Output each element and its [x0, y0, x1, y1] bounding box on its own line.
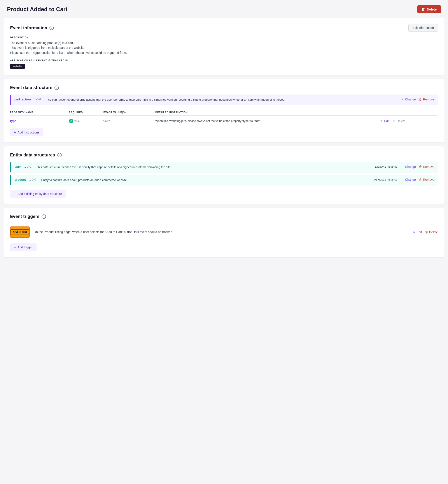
trigger-row: Add to Cart On the Product listing page,…	[10, 223, 438, 241]
delete-label: Delete	[427, 8, 437, 11]
properties-table: PROPERTY NAME ↓ REQUIRED EXACT VALUE(S) …	[10, 109, 438, 126]
event-triggers-card: Event triggers ? Add to Cart On the Prod…	[3, 208, 445, 257]
trigger-delete-label: Delete	[429, 230, 438, 234]
instruction-text: When this event triggers, please always …	[155, 119, 261, 122]
product-remove-label: Remove	[423, 178, 434, 181]
cart-action-version: 1-0-0	[34, 97, 41, 101]
col-property-name: PROPERTY NAME ↓	[10, 109, 69, 115]
user-remove-link[interactable]: 🗑 Remove	[419, 165, 434, 169]
user-change-link[interactable]: ↔ Change	[401, 165, 416, 169]
user-change-icon: ↔	[401, 165, 404, 169]
change-icon: ↔	[401, 97, 404, 101]
event-data-structure-title: Event data structure	[10, 85, 52, 90]
prop-delete-label: Delete	[397, 119, 405, 123]
edit-information-button[interactable]: Edit information	[408, 24, 438, 32]
product-entity-description: Entity to capture data about products on…	[41, 178, 371, 183]
product-change-icon: ↔	[401, 178, 404, 181]
add-instructions-button[interactable]: + Add instructions	[10, 129, 43, 136]
entity-data-structures-help-icon[interactable]: ?	[57, 153, 62, 157]
check-icon: ✓	[69, 119, 73, 123]
product-change-label: Change	[405, 178, 416, 181]
user-change-label: Change	[405, 165, 416, 169]
trigger-edit-link[interactable]: ✏ Edit	[413, 230, 422, 234]
properties-table-body: type ✓ Yes "add" When this event trigger…	[10, 115, 438, 126]
description-line-2: This event is triggered from multiple pa…	[10, 46, 85, 49]
exact-value: "add"	[104, 120, 110, 123]
col-actions-header	[380, 109, 438, 115]
description-line-1: The event of a user adding product(s) to…	[10, 41, 74, 45]
cart-action-change-label: Change	[405, 97, 416, 101]
user-entity-link[interactable]: user	[15, 165, 21, 169]
sort-icon: ↓	[35, 111, 36, 113]
product-entity-link[interactable]: product	[15, 178, 26, 181]
product-change-link[interactable]: ↔ Change	[401, 178, 416, 181]
add-to-cart-image: Add to Cart	[10, 226, 30, 238]
properties-table-header-row: PROPERTY NAME ↓ REQUIRED EXACT VALUE(S) …	[10, 109, 438, 115]
user-entity-row: user 1-0-0 This data structure defines t…	[10, 162, 438, 173]
col-detailed-instruction: DETAILED INSTRUCTION	[155, 109, 380, 115]
cart-action-remove-link[interactable]: 🗑 Remove	[419, 97, 434, 101]
type-link[interactable]: type	[10, 119, 16, 123]
application-tag: website	[10, 64, 25, 69]
trigger-delete-icon: 🗑	[425, 230, 428, 234]
cart-action-actions: ↔ Change 🗑 Remove	[401, 97, 434, 101]
prop-row-actions: ✏ Edit 🗑 Delete	[380, 119, 435, 123]
product-instance-text: At least 1 instance	[374, 178, 398, 181]
event-information-card: Event information ? Edit information DES…	[3, 18, 445, 75]
add-entity-button[interactable]: + Add existing entity data structure	[10, 190, 66, 198]
cart-action-remove-label: Remove	[423, 97, 434, 101]
event-data-structure-card: Event data structure ? cart_action 1-0-0…	[3, 79, 445, 142]
trigger-actions: ✏ Edit 🗑 Delete	[413, 230, 438, 234]
edit-icon: ✏	[380, 119, 383, 123]
cart-action-description: The cart_action event records actions th…	[46, 97, 398, 102]
add-trigger-button[interactable]: + Add trigger	[10, 243, 37, 251]
properties-table-head: PROPERTY NAME ↓ REQUIRED EXACT VALUE(S) …	[10, 109, 438, 115]
required-label: Yes	[74, 120, 79, 123]
col-required: REQUIRED	[69, 109, 104, 115]
page-header: Product Added to Cart 🗑 Delete	[0, 0, 448, 18]
prop-edit-link[interactable]: ✏ Edit	[380, 119, 389, 123]
prop-required-cell: ✓ Yes	[69, 115, 104, 126]
user-remove-icon: 🗑	[419, 165, 422, 169]
prop-name-cell: type	[10, 115, 69, 126]
user-remove-label: Remove	[423, 165, 434, 169]
add-entity-label: Add existing entity data structure	[17, 192, 62, 196]
table-row: type ✓ Yes "add" When this event trigger…	[10, 115, 438, 126]
cart-action-link[interactable]: cart_action	[15, 97, 31, 101]
trigger-delete-link[interactable]: 🗑 Delete	[425, 230, 438, 234]
product-remove-link[interactable]: 🗑 Remove	[419, 178, 434, 181]
add-to-cart-label: Add to Cart	[10, 229, 29, 235]
remove-icon: 🗑	[419, 97, 422, 101]
trigger-description: On the Product listing page, when a user…	[34, 230, 409, 234]
delete-button[interactable]: 🗑 Delete	[417, 5, 441, 13]
event-triggers-help-icon[interactable]: ?	[41, 214, 46, 219]
trigger-edit-label: Edit	[416, 230, 422, 234]
add-trigger-icon: +	[14, 245, 16, 249]
event-data-structure-help-icon[interactable]: ?	[55, 86, 59, 90]
user-instance-text: Exactly 1 instance	[375, 165, 398, 168]
event-triggers-title: Event triggers	[10, 214, 39, 219]
trigger-edit-icon: ✏	[413, 230, 416, 234]
add-instructions-icon: +	[14, 131, 16, 134]
description-label: DESCRIPTION	[10, 36, 438, 39]
product-remove-icon: 🗑	[419, 178, 422, 181]
event-info-help-icon[interactable]: ?	[49, 26, 54, 30]
prop-actions-cell: ✏ Edit 🗑 Delete	[380, 115, 438, 126]
applications-label: APPLICATIONS THIS EVENT IS TRACKED IN	[10, 59, 438, 62]
required-badge: ✓ Yes	[69, 119, 79, 123]
user-entity-description: This data structure defines the user ent…	[36, 165, 371, 169]
prop-delete-link[interactable]: 🗑 Delete	[392, 119, 405, 123]
add-entity-icon: +	[14, 192, 16, 196]
product-entity-actions: ↔ Change 🗑 Remove	[401, 178, 434, 181]
cart-action-change-link[interactable]: ↔ Change	[401, 97, 416, 101]
user-entity-actions: ↔ Change 🗑 Remove	[401, 165, 434, 169]
product-entity-row: product 1-0-0 Entity to capture data abo…	[10, 175, 438, 186]
page-title: Product Added to Cart	[7, 6, 67, 13]
user-entity-version: 1-0-0	[24, 165, 31, 168]
col-exact-values: EXACT VALUE(S)	[104, 109, 155, 115]
add-instructions-label: Add instructions	[17, 131, 39, 134]
prop-instruction-cell: When this event triggers, please always …	[155, 115, 380, 126]
delete-icon: 🗑	[422, 8, 425, 11]
event-info-title-row: Event information ?	[10, 25, 54, 30]
prop-edit-label: Edit	[384, 119, 389, 123]
